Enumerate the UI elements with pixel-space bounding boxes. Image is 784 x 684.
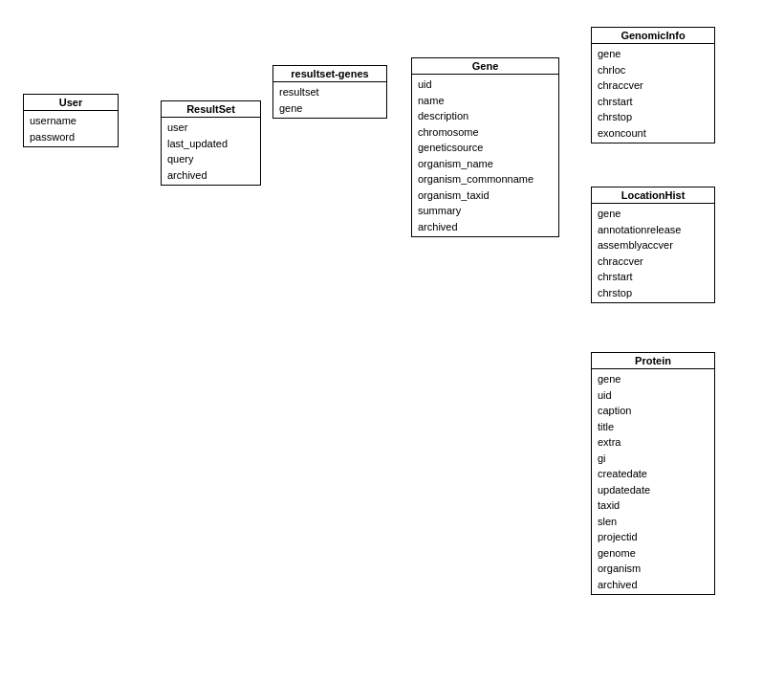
field-gi-chrstop: chrstop — [598, 109, 708, 125]
field-gene-summary: summary — [418, 203, 553, 219]
field-gi-chrstart: chrstart — [598, 94, 708, 110]
field-gi-exoncount: exoncount — [598, 125, 708, 142]
field-gene-organism-name: organism_name — [418, 156, 553, 172]
field-p-gi: gi — [598, 451, 708, 467]
table-locationhist: LocationHist gene annotationrelease asse… — [591, 187, 715, 303]
field-gene-organism-taxid: organism_taxid — [418, 188, 553, 204]
field-p-createdate: createdate — [598, 466, 708, 482]
field-lh-chrstart: chrstart — [598, 269, 708, 285]
field-username: username — [30, 113, 112, 129]
field-lh-assemblyaccver: assemblyaccver — [598, 237, 708, 254]
svg-marker-6 — [404, 121, 411, 128]
field-p-uid: uid — [598, 387, 708, 404]
field-gene-geneticsource: geneticsource — [418, 140, 553, 156]
table-protein: Protein gene uid caption title extra gi … — [591, 352, 715, 595]
svg-line-11 — [559, 209, 591, 371]
field-gene-uid: uid — [418, 77, 553, 93]
field-rsg-resultset: resultset — [279, 84, 381, 100]
table-gene-body: uid name description chromosome genetics… — [412, 75, 558, 236]
field-password: password — [30, 129, 112, 145]
table-resultset-body: user last_updated query archived — [162, 118, 260, 185]
field-p-taxid: taxid — [598, 497, 708, 514]
field-p-caption: caption — [598, 403, 708, 419]
table-gene-header: Gene — [412, 58, 558, 75]
table-locationhist-header: LocationHist — [592, 188, 714, 204]
field-p-gene: gene — [598, 371, 708, 387]
svg-line-0 — [119, 121, 161, 143]
field-rsg-gene: gene — [279, 100, 381, 117]
field-p-organism: organism — [598, 561, 708, 577]
table-user: User username password — [23, 94, 119, 147]
field-p-slen: slen — [598, 514, 708, 530]
field-p-archived: archived — [598, 577, 708, 593]
diagram-container: User username password ResultSet user la… — [0, 0, 784, 684]
table-resultset-genes-header: resultset-genes — [273, 66, 386, 82]
field-lh-annotationrelease: annotationrelease — [598, 222, 708, 238]
field-gene-chromosome: chromosome — [418, 124, 553, 141]
svg-line-3 — [261, 101, 272, 143]
table-protein-header: Protein — [592, 353, 714, 369]
table-user-body: username password — [24, 111, 118, 146]
svg-marker-1 — [153, 137, 161, 143]
field-gi-chraccver: chraccver — [598, 77, 708, 94]
field-query: query — [167, 151, 254, 167]
field-gene-organism-commonname: organism_commonname — [418, 171, 553, 188]
table-genomicinfo-body: gene chrloc chraccver chrstart chrstop e… — [592, 44, 714, 143]
table-resultset-header: ResultSet — [162, 101, 260, 118]
field-lh-gene: gene — [598, 206, 708, 222]
table-resultset-genes: resultset-genes resultset gene — [272, 65, 387, 119]
field-gene-description: description — [418, 108, 553, 124]
table-genomicinfo-header: GenomicInfo — [592, 28, 714, 44]
table-gene: Gene uid name description chromosome gen… — [411, 57, 559, 237]
field-archived: archived — [167, 167, 254, 184]
svg-marker-2 — [119, 115, 130, 126]
svg-line-7 — [559, 77, 591, 85]
svg-line-9 — [559, 138, 591, 245]
field-lh-chraccver: chraccver — [598, 254, 708, 270]
field-gene-name: name — [418, 93, 553, 109]
svg-marker-8 — [583, 79, 591, 87]
field-gene-archived: archived — [418, 219, 553, 235]
table-locationhist-body: gene annotationrelease assemblyaccver ch… — [592, 204, 714, 302]
field-p-projectid: projectid — [598, 529, 708, 545]
table-genomicinfo: GenomicInfo gene chrloc chraccver chrsta… — [591, 27, 715, 143]
field-p-genome: genome — [598, 545, 708, 562]
field-p-title: title — [598, 419, 708, 435]
table-resultset: ResultSet user last_updated query archiv… — [161, 100, 261, 186]
field-user: user — [167, 120, 254, 136]
field-p-updatedate: updatedate — [598, 482, 708, 498]
field-gi-chrloc: chrloc — [598, 62, 708, 78]
svg-line-5 — [387, 92, 411, 128]
table-resultset-genes-body: resultset gene — [273, 82, 386, 118]
field-gi-gene: gene — [598, 46, 708, 62]
table-user-header: User — [24, 95, 118, 111]
field-p-extra: extra — [598, 434, 708, 451]
field-lh-chrstop: chrstop — [598, 285, 708, 301]
field-last-updated: last_updated — [167, 136, 254, 152]
table-protein-body: gene uid caption title extra gi createda… — [592, 369, 714, 594]
